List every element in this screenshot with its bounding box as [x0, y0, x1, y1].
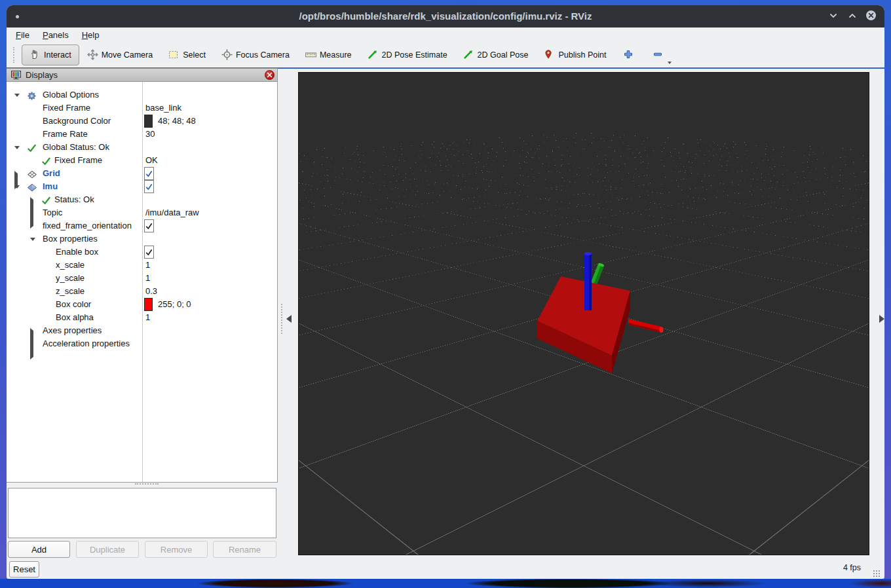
property-label: Background Color: [43, 115, 111, 128]
displays-panel-title: Displays: [26, 70, 58, 80]
tree-row-enable-box[interactable]: Enable box: [7, 246, 277, 259]
tool-publish-point[interactable]: Publish Point: [536, 45, 614, 65]
tool-2d-pose-estimate[interactable]: 2D Pose Estimate: [360, 45, 455, 65]
tool-measure[interactable]: Measure: [297, 45, 360, 65]
property-value[interactable]: 255; 0; 0: [158, 298, 191, 311]
menu-item-help[interactable]: Help: [82, 30, 100, 40]
property-checkbox[interactable]: [144, 219, 154, 232]
panel-close-button[interactable]: [265, 70, 275, 80]
add-button[interactable]: Add: [8, 541, 70, 558]
tool-focus-camera[interactable]: Focus Camera: [214, 45, 297, 65]
3d-viewport[interactable]: [298, 72, 869, 555]
property-value[interactable]: base_link: [145, 101, 181, 115]
tool-label: Publish Point: [558, 50, 606, 60]
tree-row-x-scale[interactable]: x_scale1: [7, 259, 277, 272]
tree-help-splitter[interactable]: [135, 483, 159, 487]
color-swatch[interactable]: [144, 298, 153, 311]
property-checkbox[interactable]: [144, 167, 154, 180]
property-label: Axes properties: [43, 324, 102, 337]
tree-row-fixed-frame[interactable]: Fixed Framebase_link: [7, 101, 277, 115]
chevron-left-icon: [286, 315, 292, 323]
tree-row-frame-rate[interactable]: Frame Rate30: [7, 128, 277, 141]
displays-panel-header[interactable]: Displays: [7, 68, 278, 82]
property-value[interactable]: 1: [145, 311, 150, 324]
tool-2d-goal-pose[interactable]: 2D Goal Pose: [455, 45, 537, 65]
tool-label: Interact: [44, 50, 71, 60]
property-label: Topic: [43, 206, 62, 219]
minimize-button[interactable]: [827, 11, 839, 22]
tree-row-global-status-ok[interactable]: Global Status: Ok: [7, 141, 277, 154]
property-value[interactable]: 1: [145, 259, 150, 272]
titlebar[interactable]: /opt/bros/humble/share/rdk_visualization…: [7, 5, 884, 28]
property-label: Global Status: Ok: [43, 141, 109, 154]
tree-row-fixed-frame-orientation[interactable]: fixed_frame_orientation: [7, 219, 277, 232]
property-label: Box alpha: [56, 311, 94, 324]
property-checkbox[interactable]: [144, 180, 154, 193]
tree-row-z-scale[interactable]: z_scale0.3: [7, 285, 277, 298]
tree-row-axes-properties[interactable]: Axes properties: [7, 324, 277, 337]
z-axis-rod-shade: [590, 253, 592, 310]
close-button[interactable]: [865, 11, 877, 22]
menu-item-file[interactable]: File: [16, 30, 29, 40]
reset-button[interactable]: Reset: [9, 561, 39, 578]
property-label: Box color: [56, 298, 91, 311]
property-label: Frame Rate: [43, 128, 88, 141]
resize-grip[interactable]: [873, 570, 881, 578]
property-label: z_scale: [56, 285, 85, 298]
splitter-dots: [281, 304, 282, 334]
toolbar: InteractMove CameraSelectFocus CameraMea…: [7, 42, 884, 67]
desktop: /opt/bros/humble/share/rdk_visualization…: [0, 0, 891, 588]
tree-row-background-color[interactable]: Background Color48; 48; 48: [7, 115, 277, 128]
property-label: Acceleration properties: [43, 337, 130, 350]
color-swatch[interactable]: [144, 115, 153, 128]
property-value[interactable]: /imu/data_raw: [145, 206, 199, 219]
select-box-icon: [168, 49, 180, 60]
menubar: FilePanelsHelp: [7, 28, 884, 42]
tree-row-fixed-frame[interactable]: Fixed FrameOK: [7, 154, 277, 167]
tree-row-box-properties[interactable]: Box properties: [7, 232, 277, 246]
tree-row-global-options[interactable]: Global Options: [7, 88, 277, 101]
property-checkbox[interactable]: [144, 246, 154, 259]
tool-interact[interactable]: Interact: [22, 45, 79, 65]
maximize-button[interactable]: [846, 11, 858, 22]
tool-label: Focus Camera: [236, 50, 290, 60]
property-label: Fixed Frame: [54, 154, 102, 167]
grid-icon: [27, 167, 39, 180]
tree-row-box-alpha[interactable]: Box alpha1: [7, 311, 277, 324]
desktop-wallpaper-strip: [0, 579, 891, 588]
focus-crosshair-icon: [221, 49, 233, 60]
property-label: Enable box: [56, 246, 98, 259]
check-icon: [41, 193, 53, 206]
x-axis-cap: [660, 327, 664, 333]
close-icon: [865, 10, 877, 24]
property-value[interactable]: OK: [145, 154, 158, 167]
tree-row-imu[interactable]: Imu: [7, 180, 277, 193]
tool-select[interactable]: Select: [161, 45, 214, 65]
remove-button: Remove: [145, 541, 208, 558]
tool-dropdown-caret[interactable]: [668, 62, 672, 64]
toolbar-drag-handle[interactable]: [13, 47, 17, 63]
plus-icon: [623, 49, 634, 60]
property-label: Fixed Frame: [43, 101, 90, 115]
tree-row-y-scale[interactable]: y_scale1: [7, 272, 277, 285]
tree-row-grid[interactable]: Grid: [7, 167, 277, 180]
chevron-down-icon: [828, 10, 839, 24]
property-label: Grid: [43, 167, 60, 180]
property-value[interactable]: 0.3: [145, 285, 157, 298]
displays-monitor-icon: [10, 70, 22, 81]
tree-row-box-color[interactable]: Box color255; 0; 0: [7, 298, 277, 311]
collapse-left-panel-handle[interactable]: [286, 308, 293, 330]
tool-add-tool[interactable]: [614, 45, 643, 65]
rviz-window: /opt/bros/humble/share/rdk_visualization…: [7, 5, 884, 579]
property-value[interactable]: 1: [145, 272, 150, 285]
property-value[interactable]: 48; 48; 48: [158, 115, 196, 128]
tree-row-status-ok[interactable]: Status: Ok: [7, 193, 277, 206]
tree-row-acceleration-properties[interactable]: Acceleration properties: [7, 337, 277, 350]
collapse-right-panel-handle[interactable]: [879, 308, 886, 330]
tree-row-topic[interactable]: Topic/imu/data_raw: [7, 206, 277, 219]
rename-button: Rename: [213, 541, 276, 558]
property-value[interactable]: 30: [145, 128, 155, 141]
property-label: Imu: [43, 180, 58, 193]
tool-move-camera[interactable]: Move Camera: [79, 45, 161, 65]
menu-item-panels[interactable]: Panels: [43, 30, 69, 40]
